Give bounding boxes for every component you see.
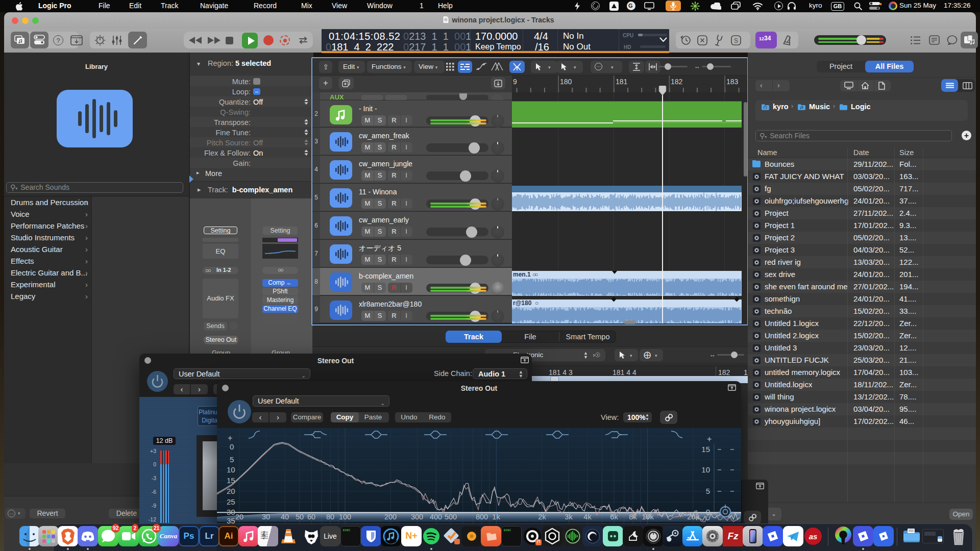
svg-text:+: + bbox=[228, 434, 232, 442]
svg-text:10k: 10k bbox=[642, 513, 654, 521]
svg-text:5: 5 bbox=[706, 487, 710, 495]
svg-text:15: 15 bbox=[701, 445, 710, 454]
svg-text:20k: 20k bbox=[687, 513, 699, 521]
svg-text:8k: 8k bbox=[629, 513, 637, 521]
svg-text:50: 50 bbox=[296, 513, 304, 521]
svg-text:10: 10 bbox=[227, 465, 235, 474]
svg-text:6k: 6k bbox=[610, 513, 618, 521]
svg-text:0: 0 bbox=[230, 442, 234, 451]
svg-text:40: 40 bbox=[281, 513, 289, 521]
svg-text:300: 300 bbox=[411, 513, 423, 521]
svg-text:60: 60 bbox=[307, 513, 315, 521]
svg-text:+: + bbox=[707, 435, 712, 443]
svg-text:0: 0 bbox=[706, 508, 710, 516]
svg-text:30: 30 bbox=[262, 513, 270, 521]
svg-text:1k: 1k bbox=[492, 513, 500, 521]
svg-text:2k: 2k bbox=[538, 513, 546, 521]
svg-text:15: 15 bbox=[227, 476, 235, 485]
svg-text:𝄞: 𝄞 bbox=[261, 531, 265, 539]
svg-text:800: 800 bbox=[476, 513, 488, 521]
svg-text:400: 400 bbox=[430, 513, 442, 521]
svg-text:20: 20 bbox=[235, 513, 243, 521]
svg-text:20: 20 bbox=[227, 487, 235, 495]
svg-text:10: 10 bbox=[701, 465, 710, 474]
svg-text:500: 500 bbox=[445, 513, 457, 521]
svg-text:as: as bbox=[809, 532, 818, 541]
svg-text:S: S bbox=[734, 37, 738, 44]
svg-text:100: 100 bbox=[339, 513, 351, 521]
svg-text:3k: 3k bbox=[565, 513, 573, 521]
svg-text:25: 25 bbox=[227, 497, 235, 506]
svg-text:200: 200 bbox=[384, 513, 397, 521]
svg-text:5: 5 bbox=[230, 455, 234, 464]
svg-text:80: 80 bbox=[326, 513, 334, 521]
svg-text:4k: 4k bbox=[583, 513, 592, 521]
svg-text:30: 30 bbox=[227, 508, 235, 516]
